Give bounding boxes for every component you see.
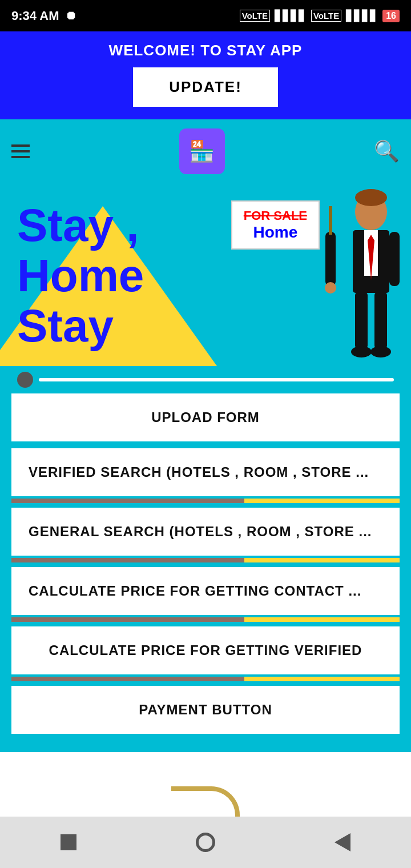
svg-point-10 [351, 346, 372, 357]
payment-container: PAYMENT BUTTON [11, 686, 400, 736]
signal-icon-1: ▋▋▋▋ [275, 10, 307, 22]
status-left: 9:34 AM ⏺ [11, 9, 76, 23]
search-icon[interactable]: 🔍 [374, 139, 400, 163]
svg-rect-7 [329, 206, 332, 235]
bottom-nav [0, 817, 411, 868]
for-sale-sign: FOR SALE Home [231, 200, 320, 250]
calculate-verified-bar [11, 677, 400, 681]
hamburger-line-1 [11, 144, 30, 147]
general-search-container: GENERAL SEARCH (HOTELS , ROOM , STORE ..… [11, 508, 400, 562]
for-sale-text: FOR SALE [244, 208, 307, 223]
update-button[interactable]: UPDATE! [133, 67, 278, 107]
svg-rect-6 [389, 232, 400, 286]
calculate-contact-container: CALCULATE PRICE FOR GETTING CONTACT ... [11, 567, 400, 622]
general-search-button[interactable]: GENERAL SEARCH (HOTELS , ROOM , STORE ..… [11, 508, 400, 556]
nav-square-button[interactable] [54, 828, 83, 857]
welcome-banner: WELCOME! TO STAY APP UPDATE! [0, 31, 411, 119]
general-search-bar [11, 558, 400, 562]
signal-icon-2: ▋▋▋▋ [346, 10, 378, 22]
nav-back-button[interactable] [328, 828, 357, 857]
store-icon: 🏪 [189, 139, 215, 163]
recording-icon: ⏺ [65, 9, 76, 22]
svg-point-1 [355, 189, 387, 206]
time-display: 9:34 AM [11, 9, 59, 23]
status-bar: 9:34 AM ⏺ VoLTE ▋▋▋▋ VoLTE ▋▋▋▋ 16 [0, 0, 411, 31]
store-logo[interactable]: 🏪 [179, 128, 225, 174]
verified-search-bar [11, 499, 400, 503]
back-icon [335, 833, 350, 851]
buttons-section: UPLOAD FORM VERIFIED SEARCH (HOTELS , RO… [0, 388, 411, 752]
hero-section: FOR SALE Home [0, 183, 411, 366]
upload-form-button[interactable]: UPLOAD FORM [11, 393, 400, 441]
calculate-contact-button[interactable]: CALCULATE PRICE FOR GETTING CONTACT ... [11, 567, 400, 615]
nav-home-button[interactable] [191, 828, 220, 857]
verified-search-button[interactable]: VERIFIED SEARCH (HOTELS , ROOM , STORE .… [11, 448, 400, 496]
home-sign-text: Home [244, 223, 307, 242]
hamburger-line-3 [11, 156, 30, 158]
svg-rect-9 [374, 292, 387, 349]
circle-icon [196, 833, 215, 852]
square-icon [61, 834, 76, 850]
progress-dot [17, 372, 33, 388]
nav-bar: 🏪 🔍 [0, 119, 411, 183]
calculate-verified-button[interactable]: CALCULATE PRICE FOR GETTING VERIFIED [11, 626, 400, 674]
svg-point-11 [370, 346, 391, 357]
calculate-verified-container: CALCULATE PRICE FOR GETTING VERIFIED [11, 626, 400, 681]
upload-form-container: UPLOAD FORM [11, 393, 400, 444]
progress-area [0, 366, 411, 388]
svg-point-12 [325, 282, 336, 294]
verified-search-container: VERIFIED SEARCH (HOTELS , ROOM , STORE .… [11, 448, 400, 503]
svg-rect-8 [355, 292, 368, 349]
status-right: VoLTE ▋▋▋▋ VoLTE ▋▋▋▋ 16 [240, 10, 400, 22]
volte-icon-2: VoLTE [311, 10, 341, 22]
payment-button[interactable]: PAYMENT BUTTON [11, 686, 400, 734]
battery-indicator: 16 [382, 10, 400, 22]
svg-rect-5 [325, 232, 336, 286]
hamburger-line-2 [11, 150, 30, 152]
progress-bar [39, 378, 394, 381]
welcome-title: WELCOME! TO STAY APP [109, 42, 303, 59]
hamburger-menu[interactable] [11, 144, 30, 158]
calculate-contact-bar [11, 617, 400, 622]
volte-icon: VoLTE [240, 10, 270, 22]
